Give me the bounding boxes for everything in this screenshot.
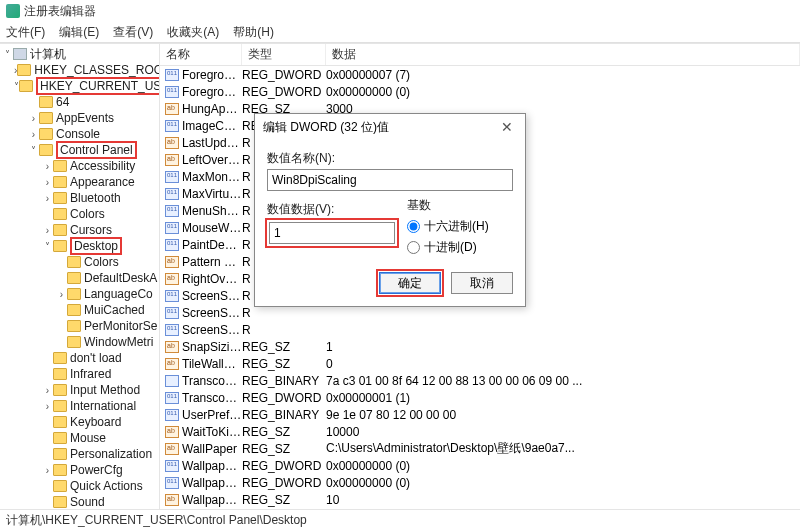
tree-item[interactable]: DefaultDeskA [84, 271, 157, 285]
folder-icon [53, 176, 67, 188]
expander-icon[interactable]: ˅ [42, 241, 53, 252]
tree-item[interactable]: Keyboard [70, 415, 121, 429]
tree-item[interactable]: Cursors [70, 223, 112, 237]
folder-icon [53, 208, 67, 220]
tree-item[interactable]: PowerCfg [70, 463, 123, 477]
expander-icon[interactable]: › [42, 401, 53, 412]
tree-item[interactable]: Sound [70, 495, 105, 509]
ok-button[interactable]: 确定 [379, 272, 441, 294]
menu-view[interactable]: 查看(V) [113, 24, 153, 41]
value-type: REG_SZ [242, 357, 326, 371]
value-name: MenuShowDel... [182, 204, 242, 218]
string-icon [165, 103, 179, 115]
table-row[interactable]: WallpaperOri...REG_DWORD0x00000000 (0) [160, 457, 800, 474]
table-row[interactable]: WallpaperOri...REG_DWORD0x00000000 (0) [160, 474, 800, 491]
value-name: TranscodedIm... [182, 374, 242, 388]
radio-dec[interactable] [407, 241, 420, 254]
dword-icon [165, 477, 179, 489]
tree-hkcu[interactable]: HKEY_CURRENT_USER [36, 77, 160, 95]
expander-icon[interactable]: › [42, 225, 53, 236]
dword-icon [165, 239, 179, 251]
binary-icon [165, 375, 179, 387]
value-data: 0x00000001 (1) [326, 391, 800, 405]
window-titlebar: 注册表编辑器 [0, 0, 800, 22]
value-type: REG_SZ [242, 425, 326, 439]
dword-icon [165, 409, 179, 421]
tree-item[interactable]: Appearance [70, 175, 135, 189]
tree-desktop[interactable]: Desktop [70, 237, 122, 255]
dword-icon [165, 222, 179, 234]
expander-icon[interactable]: › [28, 113, 39, 124]
tree-item[interactable]: Colors [84, 255, 119, 269]
table-row[interactable]: WallPaperREG_SZC:\Users\Administrator\De… [160, 440, 800, 457]
close-icon[interactable]: ✕ [497, 119, 517, 135]
tree-item[interactable]: Console [56, 127, 100, 141]
tree-item[interactable]: International [70, 399, 136, 413]
tree-item[interactable]: Accessibility [70, 159, 135, 173]
tree-item[interactable]: MuiCached [84, 303, 145, 317]
col-name[interactable]: 名称 [160, 44, 242, 65]
table-row[interactable]: ForegroundLo...REG_DWORD0x00000000 (0) [160, 83, 800, 100]
string-icon [165, 443, 179, 455]
table-row[interactable]: WaitToKillAp...REG_SZ10000 [160, 423, 800, 440]
registry-tree[interactable]: ˅计算机 ›HKEY_CLASSES_ROOT ˅HKEY_CURRENT_US… [0, 44, 160, 509]
tree-item[interactable]: Quick Actions [70, 479, 143, 493]
table-row[interactable]: WallpaperStyleREG_SZ10 [160, 491, 800, 508]
tree-item[interactable]: AppEvents [56, 111, 114, 125]
table-row[interactable]: TranscodedIm...REG_DWORD0x00000001 (1) [160, 389, 800, 406]
expander-icon[interactable]: ˅ [28, 145, 39, 156]
table-row[interactable]: UserPreferenc...REG_BINARY9e 1e 07 80 12… [160, 406, 800, 423]
radio-hex[interactable] [407, 220, 420, 233]
menu-favorites[interactable]: 收藏夹(A) [167, 24, 219, 41]
folder-icon [17, 64, 31, 76]
tree-item[interactable]: 64 [56, 95, 69, 109]
string-icon [165, 358, 179, 370]
tree-item[interactable]: Infrared [70, 367, 111, 381]
value-name: LeftOverlapCh... [182, 153, 242, 167]
expander-icon[interactable]: › [42, 177, 53, 188]
tree-item[interactable]: Bluetooth [70, 191, 121, 205]
value-data: 0x00000007 (7) [326, 68, 800, 82]
expander-icon[interactable]: › [42, 193, 53, 204]
expander-icon[interactable]: › [56, 289, 67, 300]
value-name-input[interactable] [267, 169, 513, 191]
cancel-button[interactable]: 取消 [451, 272, 513, 294]
value-name: ImageColor [182, 119, 242, 133]
tree-item[interactable]: Colors [70, 207, 105, 221]
value-type: REG_SZ [242, 442, 326, 456]
expander-icon[interactable]: › [42, 161, 53, 172]
expander-icon[interactable]: › [42, 465, 53, 476]
tree-control-panel[interactable]: Control Panel [56, 141, 137, 159]
table-row[interactable]: TranscodedIm...REG_BINARY7a c3 01 00 8f … [160, 372, 800, 389]
tree-item[interactable]: LanguageCo [84, 287, 153, 301]
expander-icon[interactable]: ˅ [2, 49, 13, 60]
app-icon [6, 4, 20, 18]
col-data[interactable]: 数据 [326, 44, 800, 65]
dword-icon [165, 392, 179, 404]
table-row[interactable]: TileWallpaperREG_SZ0 [160, 355, 800, 372]
table-row[interactable]: ScreenSaveTi...R [160, 321, 800, 338]
tree-item[interactable]: PerMonitorSe [84, 319, 157, 333]
expander-icon[interactable]: › [28, 129, 39, 140]
expander-icon[interactable]: › [42, 385, 53, 396]
tree-root[interactable]: 计算机 [30, 46, 66, 63]
dialog-title: 编辑 DWORD (32 位)值 [263, 119, 389, 136]
dword-icon [165, 86, 179, 98]
tree-item[interactable]: Mouse [70, 431, 106, 445]
tree-item[interactable]: don't load [70, 351, 122, 365]
value-type: REG_SZ [242, 340, 326, 354]
menu-help[interactable]: 帮助(H) [233, 24, 274, 41]
tree-hkcr[interactable]: HKEY_CLASSES_ROOT [34, 63, 160, 77]
menu-edit[interactable]: 编辑(E) [59, 24, 99, 41]
table-row[interactable]: ForegroundFla...REG_DWORD0x00000007 (7) [160, 66, 800, 83]
value-type: REG_BINARY [242, 374, 326, 388]
menu-file[interactable]: 文件(F) [6, 24, 45, 41]
tree-item[interactable]: Input Method [70, 383, 140, 397]
folder-icon [39, 112, 53, 124]
value-data-input[interactable] [269, 222, 395, 244]
tree-item[interactable]: Personalization [70, 447, 152, 461]
tree-item[interactable]: WindowMetri [84, 335, 153, 349]
col-type[interactable]: 类型 [242, 44, 326, 65]
table-row[interactable]: SnapSizingREG_SZ1 [160, 338, 800, 355]
value-name: WallpaperStyle [182, 493, 242, 507]
